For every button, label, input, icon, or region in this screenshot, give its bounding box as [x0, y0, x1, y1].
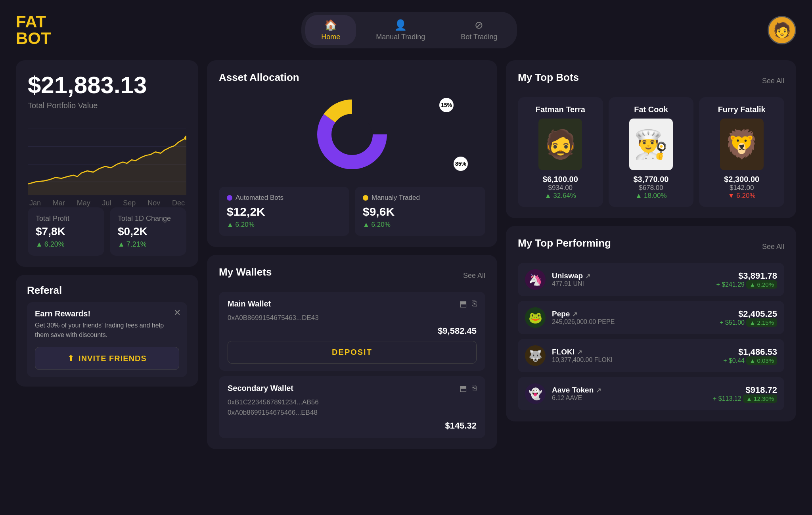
total-profit-value: $7,8K	[36, 225, 96, 238]
asset-allocation-title: Asset Allocation	[219, 71, 485, 84]
earn-rewards-title: Earn Rewards!	[35, 309, 179, 318]
automated-change: ▲ 6.20%	[227, 221, 341, 229]
manual-tab-label: Manual Trading	[376, 33, 425, 41]
uniswap-sub: 477.91 UNI	[552, 280, 710, 287]
earn-rewards-desc: Get 30% of your friends' trading fees an…	[35, 321, 179, 340]
wallets-see-all[interactable]: See All	[463, 272, 485, 280]
uniswap-icon: 🦄	[525, 269, 546, 290]
right-column: My Top Bots See All Fatman Terra 🧔 $6,10…	[506, 60, 796, 503]
total-change-value: $0,2K	[118, 225, 178, 238]
uniswap-badge: ▲ 6.20%	[746, 280, 777, 289]
pepe-ext-icon: ↗	[572, 310, 577, 318]
deposit-button[interactable]: DEPOSIT	[228, 341, 477, 364]
arrow-up-icon: ▲	[36, 240, 43, 249]
manually-traded-card: Manualy Traded $9,6K ▲ 6.20%	[355, 187, 485, 236]
portfolio-value: $21,883.13	[28, 71, 186, 99]
nav-tab-bot[interactable]: ⊘ Bot Trading	[445, 15, 513, 45]
uniswap-info: Uniswap ↗ 477.91 UNI	[552, 272, 710, 287]
app-logo: FATBOT	[16, 13, 51, 47]
earn-rewards-box: Earn Rewards! Get 30% of your friends' t…	[27, 302, 187, 377]
top-performing-title: My Top Performing	[518, 237, 611, 249]
uniswap-change: + $241.29 ▲ 6.20%	[716, 281, 777, 288]
close-button[interactable]: ✕	[174, 308, 181, 318]
bot-avatar-fatman: 🧔	[538, 119, 582, 170]
copy-icon[interactable]: ⎘	[472, 299, 477, 308]
up-arrow-icon: ▲	[227, 221, 234, 228]
pepe-badge: ▲ 2.15%	[746, 318, 777, 327]
manual-change: ▲ 6.20%	[363, 221, 477, 229]
total-profit-card: Total Profit $7,8K ▲ 6.20%	[28, 207, 104, 256]
manual-value: $9,6K	[363, 205, 477, 218]
middle-column: Asset Allocation 15% 85%	[207, 60, 497, 503]
aave-icon: 👻	[525, 383, 546, 404]
pepe-info: Pepe ↗ 245,026,000.00 PEPE	[552, 310, 713, 325]
pepe-sub: 245,026,000.00 PEPE	[552, 318, 713, 325]
pepe-icon: 🐸	[525, 307, 546, 328]
stats-row: Total Profit $7,8K ▲ 6.20% Total 1D Chan…	[28, 207, 186, 256]
automated-value: $12,2K	[227, 205, 341, 218]
secondary-wallet-balance: $145.32	[228, 421, 477, 431]
automated-bots-card: Automated Bots $12,2K ▲ 6.20%	[219, 187, 349, 236]
total-change-label: Total 1D Change	[118, 214, 178, 223]
aave-sub: 6.12 AAVE	[552, 394, 707, 402]
wallets-title: My Wallets	[219, 266, 272, 278]
asset-allocation-card: Asset Allocation 15% 85%	[207, 60, 497, 247]
aave-badge: ▲ 12.30%	[743, 394, 777, 403]
pepe-change: + $51.00 ▲ 2.15%	[720, 319, 777, 326]
bots-see-all[interactable]: See All	[762, 77, 784, 85]
bot-avatar-fatcook: 👨‍🍳	[629, 119, 673, 170]
nav-tab-home[interactable]: 🏠 Home	[305, 15, 356, 45]
aave-info: Aave Token ↗ 6.12 AAVE	[552, 386, 707, 402]
bots-header: My Top Bots See All	[518, 71, 784, 91]
secondary-wallet-icons: ⬒ ⎘	[460, 383, 477, 393]
total-change-card: Total 1D Change $0,2K ▲ 7.21%	[110, 207, 186, 256]
aave-change: + $113.12 ▲ 12.30%	[713, 395, 777, 402]
bot-change-furry: ▼ 6.20%	[728, 192, 756, 200]
app-container: FATBOT 🏠 Home 👤 Manual Trading ⊘ Bot Tra…	[0, 0, 812, 515]
referral-card: Referal Earn Rewards! Get 30% of your fr…	[16, 275, 198, 387]
chart-x-labels: Jan Mar May Jul Sep Nov Dec	[28, 199, 186, 207]
bot-sub-furry: $142.00	[730, 184, 754, 192]
wallets-header: My Wallets See All	[219, 266, 485, 285]
invite-label: INVITE FRIENDS	[79, 354, 147, 363]
secondary-wallet-address1: 0xB1C2234567891234...AB56	[228, 398, 477, 406]
nav-tab-manual[interactable]: 👤 Manual Trading	[360, 15, 441, 45]
bot-total-furry: $2,300.00	[724, 175, 759, 184]
user-avatar[interactable]: 🧑	[768, 16, 796, 44]
top-bots-title: My Top Bots	[518, 71, 579, 84]
bot-change-fatman: ▲ 32.64%	[545, 192, 576, 200]
bot-sub-fatman: $934.00	[548, 184, 573, 192]
floki-icon: 🐺	[525, 345, 546, 366]
floki-info: FLOKI ↗ 10,377,400.00 FLOKI	[552, 348, 717, 364]
secondary-wallet: Secondary Wallet ⬒ ⎘ 0xB1C2234567891234.…	[219, 376, 485, 438]
invite-friends-button[interactable]: ⬆ INVITE FRIENDS	[35, 347, 179, 370]
aave-value: $918.72	[713, 385, 777, 395]
uniswap-right: $3,891.78 + $241.29 ▲ 6.20%	[716, 271, 777, 288]
aave-right: $918.72 + $113.12 ▲ 12.30%	[713, 385, 777, 402]
donut-chart-container: 15% 85%	[219, 91, 485, 178]
uniswap-name: Uniswap ↗	[552, 272, 710, 280]
automated-legend: Automated Bots	[227, 194, 341, 202]
floki-ext-icon: ↗	[577, 348, 582, 356]
bot-sub-fatcook: $678.00	[639, 184, 663, 192]
portfolio-chart	[28, 116, 186, 195]
bot-total-fatman: $6,100.00	[543, 175, 578, 184]
bot-card-furry: Furry Fatalik 🦁 $2,300.00 $142.00 ▼ 6.20…	[699, 97, 784, 207]
manual-trading-icon: 👤	[394, 19, 407, 31]
invite-icon: ⬆	[67, 354, 75, 363]
copy-icon-2[interactable]: ⎘	[472, 383, 477, 393]
external-link-icon-2[interactable]: ⬒	[460, 383, 467, 393]
bot-name-fatcook: Fat Cook	[634, 104, 668, 115]
donut-label-15: 15%	[439, 98, 454, 112]
main-wallet-icons: ⬒ ⎘	[460, 299, 477, 308]
donut-chart	[312, 95, 392, 174]
performing-see-all[interactable]: See All	[762, 243, 784, 251]
external-link-icon[interactable]: ⬒	[460, 299, 467, 308]
main-wallet-balance: $9,582.45	[228, 326, 477, 336]
header: FATBOT 🏠 Home 👤 Manual Trading ⊘ Bot Tra…	[16, 12, 796, 48]
home-icon: 🏠	[324, 19, 337, 31]
performing-item-floki: 🐺 FLOKI ↗ 10,377,400.00 FLOKI $1,486.53 …	[518, 339, 784, 372]
secondary-wallet-address2: 0xA0b8699154675466...EB48	[228, 409, 477, 417]
portfolio-label: Total Portfolio Value	[28, 101, 186, 110]
main-wallet-header: Main Wallet ⬒ ⎘	[228, 299, 477, 308]
